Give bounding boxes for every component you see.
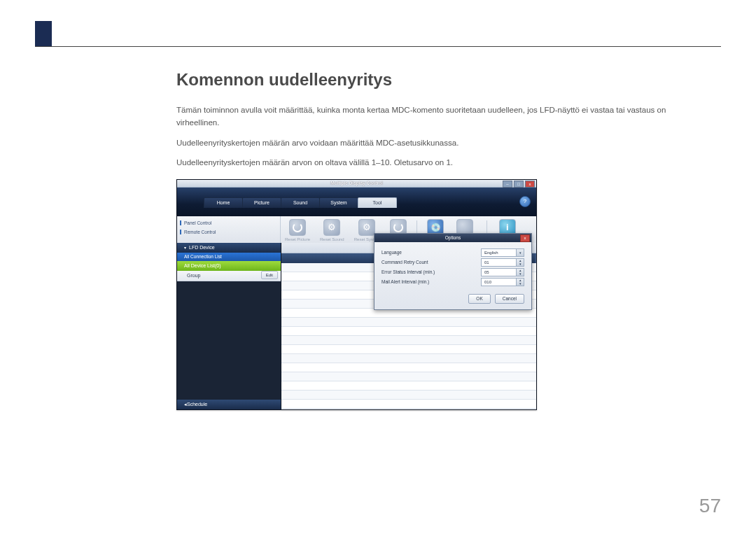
paragraph-3: Uudelleenyrityskertojen määrän arvon on … [176,156,673,169]
dialog-title: Options x [374,234,531,242]
spinner-icon: ▴▾ [516,269,524,276]
maximize-icon[interactable]: □ [514,181,524,188]
tab-picture[interactable]: Picture [242,197,281,208]
window-titlebar: Multiple Display Control – □ x [177,180,536,188]
mail-interval-value: 010 [484,280,491,284]
sidebar-schedule-label: Schedule [187,402,207,407]
reset-picture-label: Reset Picture [285,237,310,241]
main-tabs: Home Picture Sound System Tool [204,197,396,207]
page-header-rule [35,46,721,47]
sidebar-group-row: Group Edit [177,271,281,281]
sidebar-lfd-label: LFD Device [189,245,215,250]
reset-picture-button[interactable]: Reset Picture [285,219,310,241]
chevron-down-icon: ▾ [516,249,524,256]
app-header: Home Picture Sound System Tool ? [177,188,536,216]
sidebar-lfd-header[interactable]: ▾LFD Device [177,243,281,253]
language-select[interactable]: English ▾ [481,248,524,257]
section-title: Komennon uudelleenyritys [176,70,673,90]
reset-sound-label: Reset Sound [320,237,344,241]
language-value: English [484,251,498,255]
reset-system-icon [358,219,375,236]
minimize-icon[interactable]: – [503,181,512,188]
language-label: Language [382,250,481,255]
options-dialog: Options x Language English ▾ [374,233,532,310]
mail-interval-label: Mail Alert Interval (min.) [382,279,481,284]
page-number: 57 [699,495,721,517]
tab-system[interactable]: System [319,197,358,208]
error-interval-label: Error Status Interval (min.) [382,269,481,274]
page-header-tab [35,21,52,46]
app-screenshot: Multiple Display Control – □ x Home Pict… [176,179,537,410]
sidebar-group-label: Group [187,271,200,281]
cancel-button[interactable]: Cancel [495,294,524,304]
panel-control-link[interactable]: Panel Control [180,220,277,225]
tab-tool[interactable]: Tool [358,197,397,208]
sidebar-schedule-header[interactable]: ◂Schedule [177,400,281,409]
reset-sound-button[interactable]: Reset Sound [320,219,344,241]
spinner-icon: ▴▾ [516,259,524,266]
tab-sound[interactable]: Sound [281,197,320,208]
ok-button[interactable]: OK [468,294,490,304]
sidebar-all-device[interactable]: All Device List(0) [177,261,281,271]
retry-count-stepper[interactable]: 01 ▴▾ [481,258,524,267]
reset-sound-icon [323,219,340,236]
help-icon[interactable]: ? [519,196,531,207]
sidebar-edit-button[interactable]: Edit [261,271,278,279]
mail-interval-stepper[interactable]: 010 ▴▾ [481,278,524,286]
tab-home[interactable]: Home [204,197,243,208]
error-interval-stepper[interactable]: 05 ▴▾ [481,268,524,276]
retry-count-label: Command Retry Count [382,260,481,265]
retry-count-value: 01 [484,260,489,265]
reset-picture-icon [289,219,306,236]
spinner-icon: ▴▾ [516,279,524,286]
window-title: Multiple Display Control [177,180,536,187]
paragraph-2: Uudelleenyrityskertojen määrän arvo void… [176,136,673,149]
dialog-title-label: Options [445,235,461,240]
chevron-down-icon: ▾ [184,243,186,253]
paragraph-1: Tämän toiminnon avulla voit määrittää, k… [176,104,673,129]
sidebar: ▾LFD Device All Connection List All Devi… [177,243,281,409]
sidebar-all-connection[interactable]: All Connection List [177,253,281,261]
dialog-close-icon[interactable]: x [520,234,530,242]
main-area: Refresh Connection Type Port SET ID Seri… [281,243,536,409]
error-interval-value: 05 [484,270,489,274]
remote-control-link[interactable]: Remote Control [180,230,277,234]
close-icon[interactable]: x [525,181,535,188]
